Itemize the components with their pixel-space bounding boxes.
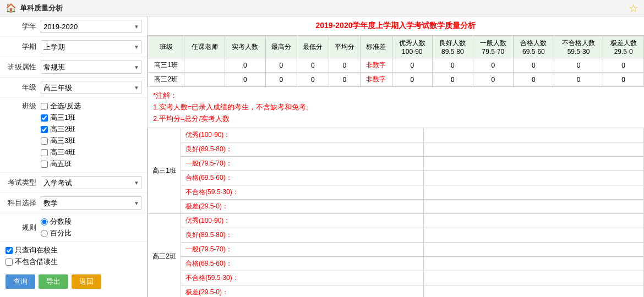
th-std: 标准差 xyxy=(361,36,392,58)
detail-row: 合格(69.5-60)： xyxy=(148,257,644,271)
form-row-exam-type: 考试类型 入学考试 期中考试 期末考试 ▼ xyxy=(0,173,147,193)
class-5-checkbox[interactable]: 高五班 xyxy=(41,159,81,169)
bottom-checks: 只查询在校生 不包含借读生 xyxy=(0,242,147,270)
action-buttons: 查询 导出 返回 xyxy=(0,270,147,293)
page-title: 单科质量分析 xyxy=(20,3,63,13)
content-area: 2019-2020学年度上学期入学考试数学质量分析 班级 任课老师 实考人数 最… xyxy=(148,16,644,297)
class-3-checkbox[interactable]: 高三3班 xyxy=(41,136,81,146)
select-all-input[interactable] xyxy=(41,103,48,110)
exam-type-select-wrapper: 入学考试 期中考试 期末考试 ▼ xyxy=(41,176,141,189)
query-button[interactable]: 查询 xyxy=(6,274,35,289)
subject-select-wrapper: 数学 语文 英语 ▼ xyxy=(41,196,141,210)
subject-select[interactable]: 数学 语文 英语 xyxy=(41,196,141,210)
detail-range-value xyxy=(424,228,644,243)
class-2-checkbox[interactable]: 高三2班 xyxy=(41,124,81,134)
class-1-checkbox[interactable]: 高三1班 xyxy=(41,113,81,123)
detail-range-value xyxy=(424,157,644,171)
page-header: 🏠 单科质量分析 ☆ xyxy=(0,0,644,16)
detail-row: 良好(89.5-80)： xyxy=(148,142,644,157)
detail-row: 一般(79.5-70)： xyxy=(148,157,644,171)
no-borrower-checkbox[interactable]: 不包含借读生 xyxy=(6,257,141,267)
detail-range-value xyxy=(424,200,644,214)
detail-row: 极差(29.5-0)： xyxy=(148,285,644,297)
label-class-type: 班级属性 xyxy=(6,62,36,72)
back-button[interactable]: 返回 xyxy=(72,274,101,289)
enrolled-only-input[interactable] xyxy=(6,247,13,254)
class-4-input[interactable] xyxy=(41,149,48,156)
class-type-select[interactable]: 常规班 复读班 xyxy=(41,61,141,74)
detail-range-label: 合格(69.5-60)： xyxy=(181,257,424,271)
detail-row: 极差(29.5-0)： xyxy=(148,200,644,214)
detail-range-label: 良好(89.5-80)： xyxy=(181,228,424,243)
label-subject: 科目选择 xyxy=(6,198,36,208)
class-2-input[interactable] xyxy=(41,126,48,133)
class-5-input[interactable] xyxy=(41,161,48,168)
header-left: 🏠 单科质量分析 xyxy=(6,3,63,13)
th-class: 班级 xyxy=(148,36,184,58)
detail-range-value xyxy=(424,285,644,297)
detail-range-value xyxy=(424,257,644,271)
detail-range-label: 极差(29.5-0)： xyxy=(181,285,424,297)
form-row-semester: 学期 上学期 下学期 ▼ xyxy=(0,37,147,57)
report-title: 2019-2020学年度上学期入学考试数学质量分析 xyxy=(148,16,644,36)
detail-range-label: 极差(29.5-0)： xyxy=(181,200,424,214)
class-1-label: 高三1班 xyxy=(50,113,75,123)
detail-range-label: 不合格(59.5-30)： xyxy=(181,185,424,200)
detail-range-label: 不合格(59.5-30)： xyxy=(181,271,424,285)
grade-select[interactable]: 高三年级 高二年级 高一年级 xyxy=(41,81,141,94)
detail-class-name: 高三1班 xyxy=(148,128,181,214)
home-icon: 🏠 xyxy=(6,3,17,13)
exam-type-select[interactable]: 入学考试 期中考试 期末考试 xyxy=(41,176,141,189)
detail-range-value xyxy=(424,185,644,200)
class-1-input[interactable] xyxy=(41,114,48,122)
star-icon[interactable]: ☆ xyxy=(629,2,638,15)
class-3-label: 高三3班 xyxy=(50,136,75,146)
rule-percent-radio[interactable]: 百分比 xyxy=(41,228,72,238)
detail-range-label: 一般(79.5-70)： xyxy=(181,157,424,171)
export-button[interactable]: 导出 xyxy=(39,274,68,289)
rule-score-radio[interactable]: 分数段 xyxy=(41,217,72,227)
year-select-wrapper: 2019-2020 2020-2021 ▼ xyxy=(41,20,141,33)
th-min: 最低分 xyxy=(297,36,329,58)
class-3-input[interactable] xyxy=(41,138,48,145)
label-grade: 年级 xyxy=(6,82,36,92)
enrolled-only-checkbox[interactable]: 只查询在校生 xyxy=(6,245,141,255)
detail-range-value xyxy=(424,243,644,257)
detail-row: 高三1班优秀(100-90)： xyxy=(148,128,644,142)
detail-range-label: 优秀(100-90)： xyxy=(181,128,424,142)
th-avg: 平均分 xyxy=(329,36,361,58)
th-poor: 极差人数29.5-0 xyxy=(603,36,644,58)
form-row-rule: 规则 分数段 百分比 xyxy=(0,213,147,242)
th-good: 良好人数89.5-80 xyxy=(433,36,473,58)
table-row: 高三1班0000非数字000000 xyxy=(148,58,644,73)
year-select[interactable]: 2019-2020 2020-2021 xyxy=(41,20,141,33)
detail-range-value xyxy=(424,214,644,228)
class-4-checkbox[interactable]: 高三4班 xyxy=(41,147,81,157)
class-2-label: 高三2班 xyxy=(50,124,75,134)
rule-percent-input[interactable] xyxy=(41,230,48,237)
select-all-checkbox[interactable]: 全选/反选 xyxy=(41,101,81,111)
rule-radio-group: 分数段 百分比 xyxy=(41,217,72,238)
sidebar: 学年 2019-2020 2020-2021 ▼ 学期 上学期 下学期 ▼ xyxy=(0,16,148,297)
class-type-select-wrapper: 常规班 复读班 ▼ xyxy=(41,61,141,74)
note-1: 1.实考人数=已录入成绩的考生，不含缺考和免考。 xyxy=(153,102,638,113)
form-row-grade: 年级 高三年级 高二年级 高一年级 ▼ xyxy=(0,78,147,98)
label-semester: 学期 xyxy=(6,42,36,52)
label-exam-type: 考试类型 xyxy=(6,178,36,188)
no-borrower-input[interactable] xyxy=(6,258,13,266)
th-pass: 合格人数69.5-60 xyxy=(514,36,554,58)
detail-row: 合格(69.5-60)： xyxy=(148,171,644,185)
label-class: 班级 xyxy=(6,101,36,111)
rule-score-input[interactable] xyxy=(41,218,48,226)
class-4-label: 高三4班 xyxy=(50,147,75,157)
detail-table: 高三1班优秀(100-90)：良好(89.5-80)：一般(79.5-70)：合… xyxy=(148,128,644,297)
th-max: 最高分 xyxy=(265,36,297,58)
form-row-class: 班级 全选/反选 高三1班 高三2班 高三3班 xyxy=(0,98,147,173)
detail-range-label: 一般(79.5-70)： xyxy=(181,243,424,257)
table-row: 高三2班0000非数字000000 xyxy=(148,73,644,87)
class-5-label: 高五班 xyxy=(50,159,72,169)
rule-score-label: 分数段 xyxy=(50,217,72,227)
th-teacher: 任课老师 xyxy=(184,36,225,58)
semester-select[interactable]: 上学期 下学期 xyxy=(41,40,141,53)
detail-class-name: 高三2班 xyxy=(148,214,181,297)
